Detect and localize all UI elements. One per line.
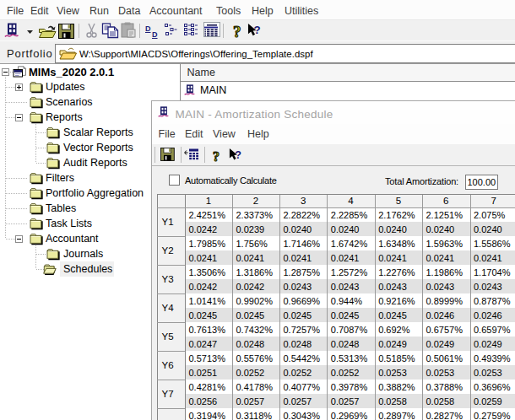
svg-text:?: ? xyxy=(235,149,241,161)
svg-text:?: ? xyxy=(254,24,261,36)
